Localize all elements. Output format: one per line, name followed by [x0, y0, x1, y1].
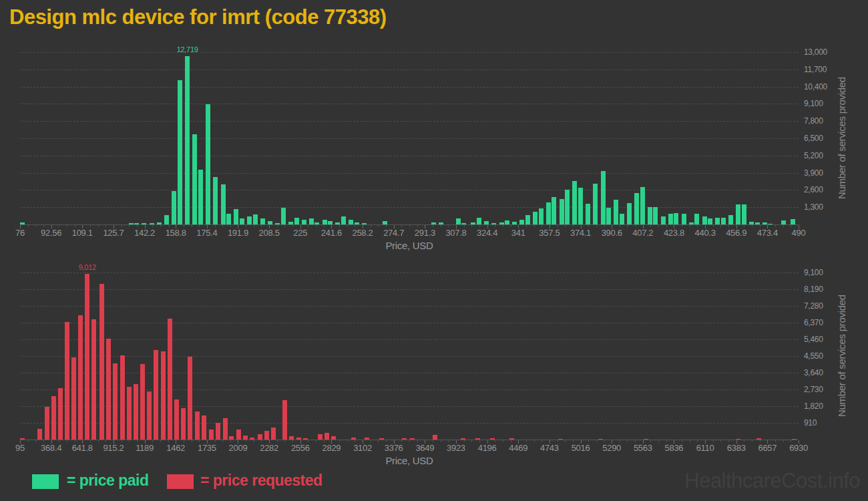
axis-tick	[230, 225, 231, 227]
histogram-bar	[99, 284, 104, 440]
axis-tick	[20, 440, 21, 444]
y-tick-label: 1,300	[804, 202, 823, 212]
axis-tick	[238, 225, 238, 228]
axis-tick	[347, 440, 348, 442]
price-requested-histogram: 9,012 9101,8202,7303,6404,5505,4606,3707…	[0, 0, 868, 501]
x-tick-label: 109.1	[62, 228, 102, 238]
histogram-bar	[188, 357, 192, 440]
axis-tick	[433, 440, 433, 442]
axis-tick	[503, 225, 503, 227]
histogram-bar	[736, 439, 740, 440]
axis-tick	[355, 225, 355, 227]
axis-tick	[378, 225, 379, 227]
histogram-bar	[708, 218, 712, 224]
histogram-bar	[213, 177, 218, 224]
axis-tick	[409, 440, 410, 442]
histogram-bar	[37, 429, 42, 440]
axis-tick	[495, 225, 495, 227]
axis-tick	[471, 225, 472, 227]
histogram-bar	[134, 223, 139, 224]
y-tick-label: 6,500	[804, 134, 823, 143]
histogram-bar	[271, 428, 276, 440]
axis-tick	[98, 225, 99, 227]
histogram-bar	[192, 134, 197, 224]
histogram-bar	[614, 200, 618, 224]
axis-tick	[752, 225, 752, 227]
x-tick-label: 225	[280, 228, 320, 238]
histogram-bar	[560, 199, 564, 224]
x-tick-label: 2556	[280, 443, 320, 453]
axis-tick	[565, 225, 566, 227]
histogram-bar	[471, 222, 475, 224]
histogram-bar	[702, 216, 707, 224]
histogram-bar	[736, 204, 740, 224]
axis-tick	[760, 225, 761, 227]
histogram-bar	[728, 215, 733, 224]
y-tick-label: 5,460	[804, 335, 823, 344]
axis-tick	[401, 225, 402, 227]
axis-tick	[541, 440, 542, 442]
price-requested-x-axis-title: Price, USD	[20, 455, 799, 466]
axis-tick	[791, 440, 791, 442]
axis-tick	[192, 440, 192, 442]
price-paid-x-ticks: 7692.56109.1125.7142.2158.8175.4191.9208…	[20, 228, 799, 238]
histogram-bar	[172, 191, 176, 224]
axis-tick	[269, 225, 270, 228]
histogram-bar	[250, 438, 254, 440]
axis-tick	[728, 225, 729, 227]
axis-tick	[386, 440, 387, 442]
histogram-bar	[202, 415, 206, 440]
histogram-bar	[198, 170, 203, 224]
histogram-bar	[341, 216, 346, 224]
axis-tick	[215, 225, 216, 227]
histogram-bar	[324, 433, 329, 440]
histogram-bar	[742, 204, 746, 224]
axis-tick	[192, 225, 192, 227]
histogram-bar	[578, 188, 583, 224]
axis-tick	[581, 440, 582, 444]
histogram-bar	[552, 197, 556, 224]
histogram-bar	[565, 190, 570, 224]
histogram-bar	[51, 396, 56, 440]
axis-tick	[401, 440, 402, 442]
axis-tick	[511, 225, 511, 227]
axis-tick	[744, 225, 744, 227]
y-tick-label: 7,280	[804, 301, 823, 311]
axis-tick	[674, 225, 674, 228]
x-tick-label: 6383	[716, 443, 756, 453]
axis-tick	[43, 440, 44, 442]
axis-tick	[720, 225, 721, 227]
axis-tick	[222, 440, 223, 442]
axis-tick	[487, 440, 488, 444]
axis-tick	[697, 440, 698, 442]
x-tick-label: 92.56	[31, 228, 71, 238]
histogram-bar	[282, 400, 287, 440]
gridline	[20, 190, 799, 190]
histogram-bar	[634, 193, 639, 224]
axis-tick	[417, 440, 418, 442]
histogram-bar	[234, 209, 238, 224]
histogram-bar	[546, 202, 551, 224]
axis-tick	[114, 440, 114, 444]
axis-tick	[409, 225, 410, 227]
histogram-bar	[164, 215, 169, 224]
axis-tick	[526, 225, 527, 227]
x-tick-label: 368.4	[31, 443, 71, 453]
x-tick-label: 4469	[498, 443, 538, 453]
price-requested-plot-area: 9,012	[20, 273, 799, 440]
axis-tick	[658, 440, 659, 442]
histogram-bar	[763, 222, 767, 224]
histogram-bar	[499, 222, 504, 224]
histogram-bar	[715, 218, 720, 224]
histogram-bar	[174, 399, 179, 440]
axis-tick	[433, 225, 433, 227]
price-paid-histogram: 12,719 1,3002,6003,9005,2006,5007,8009,1…	[0, 0, 868, 501]
x-tick-label: 125.7	[93, 228, 134, 238]
axis-tick	[184, 225, 184, 227]
axis-tick	[308, 440, 308, 442]
axis-tick	[199, 225, 200, 227]
axis-tick	[394, 440, 395, 444]
axis-tick	[471, 440, 472, 442]
x-tick-label: 407.2	[623, 228, 663, 238]
x-tick-label: 2829	[311, 443, 351, 453]
